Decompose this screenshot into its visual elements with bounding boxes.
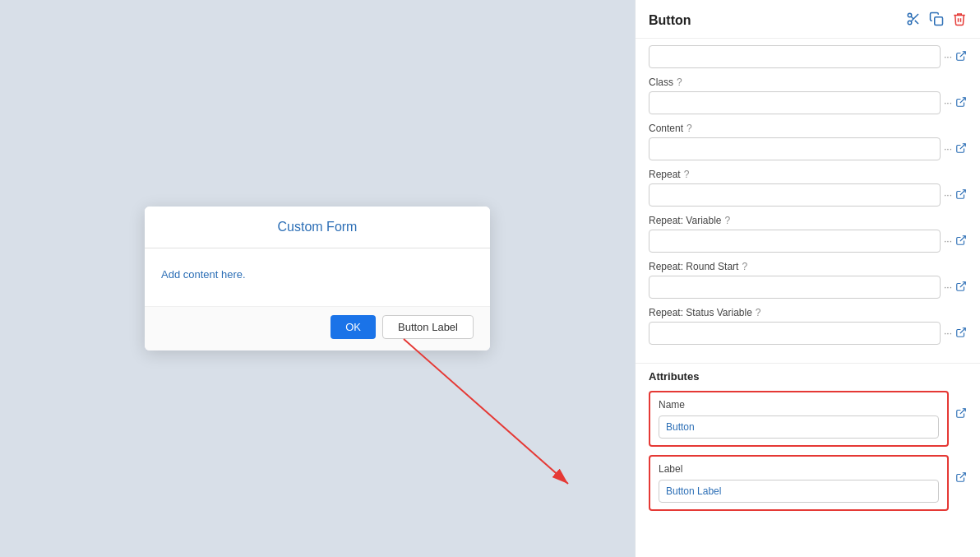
svg-line-6 <box>911 16 913 19</box>
help-icon-repeat-status-variable[interactable]: ? <box>756 307 761 318</box>
svg-line-16 <box>960 473 965 478</box>
right-panel: Button <box>635 0 980 557</box>
delete-icon[interactable] <box>952 12 967 30</box>
external-link-attr-name[interactable] <box>955 407 967 421</box>
dialog-body-text: Add content here. <box>161 268 246 281</box>
svg-rect-7 <box>935 17 943 26</box>
field-label-repeat-status-variable: Repeat: Status Variable ? <box>649 307 967 318</box>
custom-form-dialog: Custom Form Add content here. OK Button … <box>145 207 490 350</box>
panel-actions <box>906 12 967 30</box>
external-link-content[interactable] <box>955 142 967 156</box>
field-input-repeat-variable[interactable] <box>649 230 941 253</box>
attr-name-label: Name <box>659 399 939 411</box>
field-input-content[interactable] <box>649 137 941 160</box>
help-icon-repeat[interactable]: ? <box>684 169 690 180</box>
attr-name-input[interactable] <box>659 415 939 439</box>
copy-icon[interactable] <box>929 12 944 30</box>
field-input-blank[interactable] <box>649 45 941 68</box>
svg-point-2 <box>908 13 912 17</box>
field-row-class: Class ? ··· <box>649 77 967 114</box>
field-row-repeat: Repeat ? ··· <box>649 169 967 207</box>
attr-label-label: Label <box>659 463 939 475</box>
panel-fields: ··· Class ? ··· <box>636 39 980 360</box>
attr-row-label: Label <box>649 455 967 519</box>
dialog-title: Custom Form <box>145 207 490 248</box>
external-link-repeat-variable[interactable] <box>955 234 967 248</box>
attr-box-label-field: Label <box>649 455 949 511</box>
field-more-repeat[interactable]: ··· <box>944 189 952 201</box>
svg-line-15 <box>960 409 965 414</box>
svg-line-8 <box>960 51 965 56</box>
field-row-repeat-variable: Repeat: Variable ? ··· <box>649 215 967 253</box>
attr-box-name: Name <box>649 391 949 447</box>
svg-line-5 <box>915 21 918 24</box>
external-link-repeat-status-variable[interactable] <box>955 327 967 341</box>
field-more-repeat-round-start[interactable]: ··· <box>944 281 952 293</box>
attr-row-name: Name <box>649 391 967 455</box>
field-input-row-blank: ··· <box>649 45 967 68</box>
svg-point-3 <box>908 21 912 25</box>
external-link-repeat-round-start[interactable] <box>955 281 967 295</box>
button-label-button[interactable]: Button Label <box>382 315 474 339</box>
field-more-content[interactable]: ··· <box>944 143 952 155</box>
field-label-repeat: Repeat ? <box>649 169 967 180</box>
external-link-repeat[interactable] <box>955 188 967 202</box>
help-icon-repeat-round-start[interactable]: ? <box>742 261 747 272</box>
field-more-repeat-status-variable[interactable]: ··· <box>944 327 952 339</box>
field-more-blank[interactable]: ··· <box>944 51 952 63</box>
ok-button[interactable]: OK <box>331 315 376 339</box>
svg-line-12 <box>960 235 965 240</box>
panel-header: Button <box>636 0 980 39</box>
svg-line-11 <box>960 189 965 194</box>
field-input-repeat[interactable] <box>649 183 941 207</box>
panel-title: Button <box>649 13 691 28</box>
dialog-footer: OK Button Label <box>145 306 490 350</box>
field-more-repeat-variable[interactable]: ··· <box>944 235 952 247</box>
svg-line-1 <box>404 339 568 484</box>
left-panel: Custom Form Add content here. OK Button … <box>0 0 635 557</box>
dialog-body: Add content here. <box>145 248 490 306</box>
help-icon-class[interactable]: ? <box>677 77 682 88</box>
field-input-repeat-status-variable[interactable] <box>649 322 941 345</box>
attr-label-input[interactable] <box>659 480 939 503</box>
field-row-repeat-round-start: Repeat: Round Start ? ··· <box>649 261 967 299</box>
field-label-repeat-round-start: Repeat: Round Start ? <box>649 261 967 272</box>
attributes-section: Attributes Name Label <box>636 363 980 526</box>
external-link-class[interactable] <box>955 96 967 110</box>
field-row-repeat-status-variable: Repeat: Status Variable ? ··· <box>649 307 967 345</box>
external-link-attr-label[interactable] <box>955 471 967 485</box>
svg-line-14 <box>960 327 965 332</box>
attributes-title: Attributes <box>649 370 967 383</box>
field-input-repeat-round-start[interactable] <box>649 276 941 299</box>
field-label-content: Content ? <box>649 123 967 134</box>
help-icon-content[interactable]: ? <box>686 123 692 134</box>
field-label-class: Class ? <box>649 77 967 88</box>
scissors-icon[interactable] <box>906 12 921 30</box>
field-label-repeat-variable: Repeat: Variable ? <box>649 215 967 226</box>
external-link-blank[interactable] <box>955 50 967 64</box>
field-more-class[interactable]: ··· <box>944 97 952 109</box>
help-icon-repeat-variable[interactable]: ? <box>725 215 731 226</box>
field-row-content: Content ? ··· <box>649 123 967 160</box>
field-input-class[interactable] <box>649 91 941 114</box>
field-row-blank: ··· <box>649 45 967 68</box>
svg-line-13 <box>960 281 965 286</box>
svg-line-9 <box>960 97 965 102</box>
svg-line-10 <box>960 143 965 148</box>
